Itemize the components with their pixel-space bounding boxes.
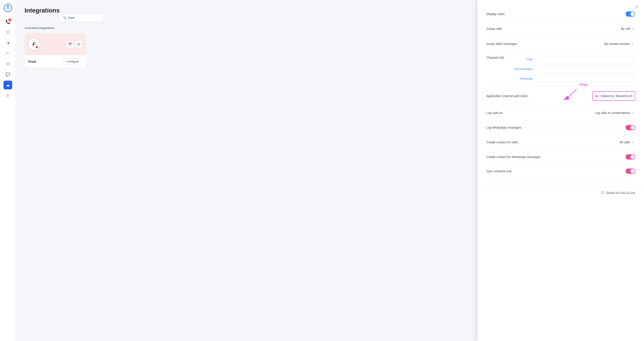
logs-icon: 📋 — [601, 191, 604, 194]
whatsapp-url-label: WhatsApp: — [514, 77, 533, 80]
display-notes-toggle[interactable] — [626, 12, 635, 17]
group-calls-label: Group calls — [486, 27, 502, 31]
sidebar-icon-cloud[interactable]: ☁ — [4, 81, 12, 89]
card-header: F 📅 🔗 — [25, 33, 86, 55]
setting-row-create-contact-whatsapp: Create contact for WhatsApp messages — [486, 150, 635, 164]
app-logo[interactable] — [4, 4, 12, 12]
sms-url-row: SMS messages: — [514, 66, 635, 73]
logs-label[interactable]: Display the last 10 logs — [606, 191, 635, 194]
group-calls-chevron: ▾ — [632, 27, 633, 30]
search-icon: 🔍 — [63, 16, 66, 20]
main-content: Integrations 🔍 Activated integrations F — [16, 0, 644, 341]
create-contact-whatsapp-toggle[interactable] — [626, 154, 635, 160]
cloud-icon: ☁ — [6, 83, 10, 88]
tools-icon: ✂ — [6, 51, 10, 56]
close-button[interactable]: × — [634, 4, 640, 10]
settings-icon: ⚙ — [6, 62, 10, 66]
sidebar-icon-comment[interactable]: 💬 — [4, 70, 12, 79]
setting-row-channel-url: Channel URL Calls: SMS messages: WhatsAp… — [486, 52, 635, 87]
setting-row-group-sms: Group SMS messages By contact number ▾ — [486, 36, 635, 52]
sidebar-icon-dollar[interactable]: $ — [4, 91, 12, 100]
link-button[interactable]: 🔗 — [75, 41, 82, 48]
group-sms-chevron: ▾ — [632, 42, 633, 45]
page-wrapper: Integrations 🔍 Activated integrations F — [16, 0, 644, 341]
link-icon: 🔗 — [77, 43, 80, 46]
whatsapp-url-input[interactable] — [536, 75, 635, 82]
setting-row-display-notes: Display notes — [486, 7, 635, 21]
configure-button[interactable]: Configure — [63, 58, 82, 65]
calls-url-input[interactable] — [536, 56, 635, 63]
group-sms-dropdown[interactable]: By contact number ▾ — [602, 41, 635, 47]
integration-card-front: F 📅 🔗 — [24, 33, 86, 68]
group-sms-label: Group SMS messages — [486, 42, 517, 46]
setting-row-group-calls: Group calls By call ▾ — [486, 21, 635, 36]
sidebar-icon-list[interactable]: ☰ — [4, 28, 12, 37]
group-calls-dropdown[interactable]: By call ▾ — [619, 26, 635, 32]
setting-row-auth-token: Application channel auth token Copy — [486, 87, 635, 105]
auth-token-input-wrapper — [592, 91, 635, 101]
card-logo: F — [28, 39, 40, 50]
create-contact-calls-label: Create contact for calls: — [486, 140, 518, 144]
log-whatsapp-toggle[interactable] — [626, 125, 635, 130]
sms-url-input[interactable] — [536, 66, 635, 73]
log-whatsapp-label: Log WhatsApp messages — [486, 126, 521, 129]
settings-panel: × Display notes Group calls By call ▾ — [478, 0, 644, 341]
channel-url-label: Channel URL — [486, 56, 505, 59]
display-notes-label: Display notes — [486, 12, 505, 16]
search-input[interactable] — [68, 16, 100, 20]
sidebar-icon-settings[interactable]: ⚙ — [4, 60, 12, 68]
svg-point-2 — [7, 5, 9, 7]
card-actions: 📅 🔗 — [66, 41, 82, 48]
calendar-button[interactable]: 📅 — [66, 41, 74, 48]
setting-row-log-calls-as: Log calls as Log calls in conversations … — [486, 105, 635, 121]
setting-row-log-whatsapp: Log WhatsApp messages — [486, 121, 635, 135]
setting-row-create-contact-calls: Create contact for calls: All calls ▾ — [486, 135, 635, 150]
phone-badge: 2 — [8, 19, 12, 22]
sync-contacts-label: Sync contacts (v4) — [486, 169, 512, 173]
sidebar-icon-tools[interactable]: ✂ — [4, 49, 12, 58]
card-name: Front — [28, 60, 36, 63]
card-footer: Front Configure — [25, 55, 86, 68]
group-calls-value: By call — [621, 27, 630, 31]
calls-url-row: Calls: — [514, 56, 635, 63]
copy-label: Copy — [580, 82, 588, 86]
calendar-icon: 📅 — [68, 43, 72, 46]
log-calls-as-label: Log calls as — [486, 111, 502, 115]
create-contact-calls-chevron: ▾ — [632, 141, 633, 144]
sms-url-label: SMS messages: — [514, 68, 533, 71]
front-logo-dot — [36, 46, 38, 48]
setting-row-sync-contacts: Sync contacts (v4) — [486, 164, 635, 178]
comment-icon: 💬 — [6, 72, 10, 77]
sync-contacts-toggle[interactable] — [626, 169, 635, 174]
copy-annotation: Copy — [580, 82, 588, 86]
create-contact-whatsapp-label: Create contact for WhatsApp messages — [486, 155, 540, 159]
page-title: Integrations — [24, 7, 60, 14]
chart-icon: ◑ — [6, 41, 10, 45]
dollar-icon: $ — [6, 93, 9, 98]
copy-arrow-svg — [577, 89, 594, 100]
front-logo-letter: F — [32, 42, 35, 47]
auth-token-label: Application channel auth token — [486, 94, 528, 98]
channel-url-fields: Calls: SMS messages: WhatsApp: — [514, 56, 635, 82]
panel-footer: 📋 Display the last 10 logs — [478, 187, 644, 198]
create-contact-calls-value: All calls — [620, 140, 630, 144]
log-calls-as-chevron: ▾ — [632, 111, 633, 114]
whatsapp-url-row: WhatsApp: — [514, 75, 635, 82]
sidebar-icon-chart[interactable]: ◑ — [4, 39, 12, 47]
list-icon: ☰ — [6, 30, 10, 35]
sidebar-icon-phone[interactable]: 📞 2 — [4, 18, 12, 26]
group-sms-value: By contact number — [604, 42, 630, 46]
log-calls-as-value: Log calls in conversations — [595, 111, 630, 115]
sidebar: 📞 2 ☰ ◑ ✂ ⚙ 💬 ☁ $ — [0, 0, 16, 341]
log-calls-as-dropdown[interactable]: Log calls in conversations ▾ — [593, 110, 635, 116]
panel-body: Display notes Group calls By call ▾ Grou… — [478, 0, 644, 185]
search-bar[interactable]: 🔍 — [60, 14, 104, 22]
auth-token-input[interactable] — [592, 92, 635, 100]
create-contact-calls-dropdown[interactable]: All calls ▾ — [618, 139, 635, 145]
calls-url-label: Calls: — [514, 58, 533, 61]
